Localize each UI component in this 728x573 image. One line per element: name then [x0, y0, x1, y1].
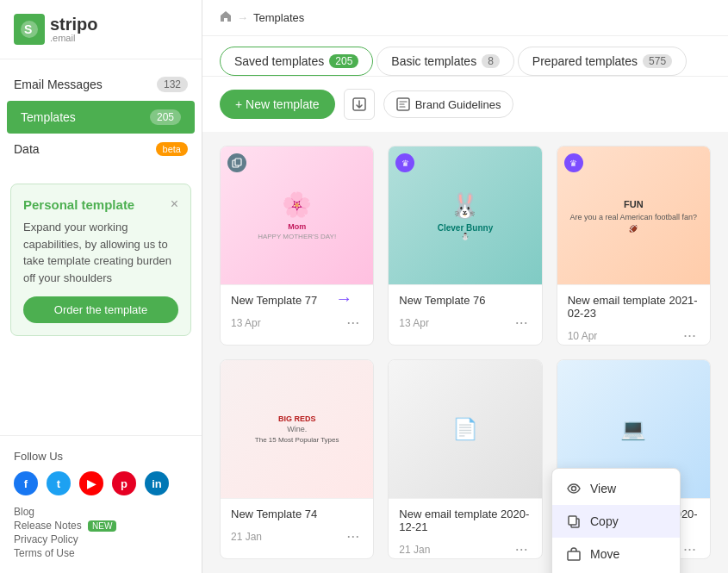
- brand-guidelines-label: Brand Guidelines: [415, 98, 501, 111]
- template-name-4: New Template 74: [231, 508, 363, 520]
- template-menu-btn-2[interactable]: ···: [512, 312, 532, 333]
- template-info-3: New email template 2021-02-23 10 Apr ···: [557, 284, 710, 346]
- breadcrumb-home-icon[interactable]: [220, 10, 232, 25]
- context-menu: View Copy Move: [551, 468, 681, 573]
- twitter-icon[interactable]: t: [47, 471, 71, 495]
- sidebar-item-email-messages[interactable]: Email Messages 132: [0, 68, 202, 101]
- template-name-3: New email template 2021-02-23: [568, 294, 700, 320]
- svg-point-6: [572, 487, 576, 491]
- arrow-indicator: →: [335, 289, 352, 308]
- template-menu-btn-6[interactable]: ···: [680, 539, 700, 559]
- sidebar-item-data[interactable]: Data beta: [0, 134, 202, 165]
- context-menu-copy-label: Copy: [590, 514, 619, 528]
- copy-badge-icon: [227, 153, 246, 172]
- sidebar-item-templates[interactable]: Templates 205: [7, 101, 195, 134]
- social-icons: f t ▶ p in: [14, 471, 188, 495]
- template-date-2: 13 Apr: [399, 317, 429, 329]
- template-card-2[interactable]: ♛ 🐰 Clever Bunny ⛄ New Template 76 13 Ap…: [388, 146, 542, 346]
- footer-links: Blog Release Notes NEW Privacy Policy Te…: [14, 506, 188, 559]
- personal-template-close-icon[interactable]: ×: [171, 196, 178, 212]
- svg-rect-5: [235, 159, 241, 165]
- logo-name: stripo: [50, 16, 98, 33]
- main-content: → Templates Saved templates 205 Basic te…: [202, 0, 728, 573]
- context-menu-view[interactable]: View: [552, 472, 680, 505]
- logo-sub: .email: [50, 33, 98, 43]
- template-menu-btn-3[interactable]: ···: [680, 325, 700, 346]
- template-name-2: New Template 76: [399, 294, 531, 307]
- view-icon: [566, 481, 582, 496]
- context-menu-copy[interactable]: Copy: [552, 505, 680, 538]
- tabs-bar: Saved templates 205 Basic templates 8 Pr…: [202, 36, 728, 77]
- context-menu-view-label: View: [590, 482, 616, 495]
- crown-badge-3: ♛: [564, 153, 583, 172]
- template-info-2: New Template 76 13 Apr ···: [389, 284, 541, 342]
- context-menu-move[interactable]: Move: [552, 538, 680, 570]
- logo: S stripo .email: [0, 0, 202, 59]
- linkedin-icon[interactable]: in: [145, 471, 169, 495]
- footer-link-release-notes[interactable]: Release Notes NEW: [14, 520, 188, 532]
- order-template-button[interactable]: Order the template: [23, 296, 178, 323]
- toolbar: + New template Brand Guidelines: [202, 77, 728, 132]
- svg-rect-9: [568, 551, 580, 560]
- copy-icon: [566, 514, 582, 529]
- personal-template-description: Expand your working capabilities, by all…: [23, 219, 178, 286]
- breadcrumb: → Templates: [202, 0, 728, 36]
- svg-rect-8: [569, 516, 576, 525]
- breadcrumb-current: Templates: [253, 11, 304, 24]
- personal-template-title: Personal template: [23, 197, 134, 212]
- logo-icon: S: [14, 14, 45, 45]
- template-date-5: 21 Jan: [399, 544, 430, 556]
- template-thumbnail-5: 📄: [389, 360, 541, 498]
- personal-template-box: Personal template × Expand your working …: [10, 184, 191, 336]
- template-name-5: New email template 2020-12-21: [399, 508, 531, 533]
- sidebar-navigation: Email Messages 132 Templates 205 Data be…: [0, 59, 202, 173]
- context-menu-move-label: Move: [590, 547, 619, 561]
- new-template-button[interactable]: + New template: [220, 90, 335, 119]
- pinterest-icon[interactable]: p: [112, 471, 136, 495]
- footer-link-blog[interactable]: Blog: [14, 506, 188, 518]
- template-card-1[interactable]: 🌸 Mom HAPPY MOTHER'S DAY! New Template 7…: [220, 146, 374, 346]
- template-menu-btn-1[interactable]: ···: [343, 312, 363, 333]
- tab-basic-templates[interactable]: Basic templates 8: [376, 47, 514, 76]
- footer-link-privacy[interactable]: Privacy Policy: [14, 533, 188, 545]
- breadcrumb-separator: →: [237, 11, 248, 24]
- youtube-icon[interactable]: ▶: [79, 471, 103, 495]
- move-icon: [566, 546, 582, 562]
- template-thumbnail-4: BIG REDS Wine. The 15 Most Popular Types: [221, 360, 373, 498]
- template-date-3: 10 Apr: [568, 330, 598, 342]
- sidebar: S stripo .email Email Messages 132 Templ…: [0, 0, 202, 573]
- import-button[interactable]: [344, 89, 375, 120]
- tab-prepared-templates[interactable]: Prepared templates 575: [518, 47, 687, 76]
- template-date-4: 21 Jan: [231, 531, 262, 543]
- template-card-3[interactable]: ♛ FUN Are you a real American football f…: [557, 146, 711, 346]
- template-date-1: 13 Apr: [231, 317, 261, 329]
- template-card-4[interactable]: BIG REDS Wine. The 15 Most Popular Types…: [220, 359, 374, 559]
- sidebar-footer: Follow Us f t ▶ p in Blog Release Notes …: [0, 435, 202, 573]
- templates-grid: 🌸 Mom HAPPY MOTHER'S DAY! New Template 7…: [202, 132, 728, 573]
- template-card-5[interactable]: 📄 New email template 2020-12-21 21 Jan ·…: [388, 359, 542, 559]
- brand-guidelines-button[interactable]: Brand Guidelines: [383, 90, 514, 118]
- facebook-icon[interactable]: f: [14, 471, 38, 495]
- tab-saved-templates[interactable]: Saved templates 205: [220, 47, 373, 76]
- svg-text:S: S: [24, 22, 32, 36]
- template-info-5: New email template 2020-12-21 21 Jan ···: [389, 498, 541, 559]
- footer-link-terms[interactable]: Terms of Use: [14, 547, 188, 559]
- follow-us-label: Follow Us: [14, 450, 188, 463]
- template-menu-btn-4[interactable]: ···: [343, 526, 363, 547]
- template-menu-btn-5[interactable]: ···: [512, 539, 532, 559]
- template-info-4: New Template 74 21 Jan ···: [221, 498, 373, 556]
